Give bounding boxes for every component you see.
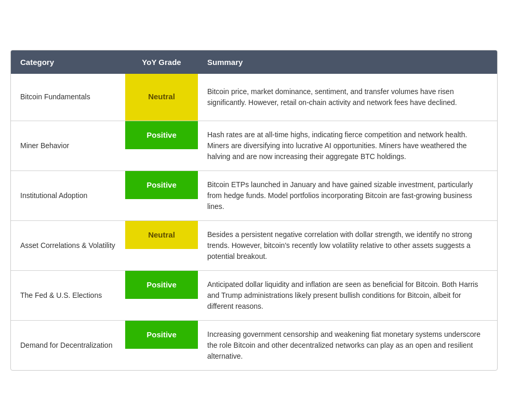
- category-cell: Institutional Adoption: [11, 170, 125, 220]
- summary-cell: Bitcoin price, market dominance, sentime…: [198, 74, 497, 121]
- table-row: The Fed & U.S. ElectionsPositiveAnticipa…: [11, 270, 497, 320]
- category-cell: The Fed & U.S. Elections: [11, 270, 125, 320]
- table-row: Bitcoin FundamentalsNeutralBitcoin price…: [11, 74, 497, 121]
- table-row: Institutional AdoptionPositiveBitcoin ET…: [11, 170, 497, 220]
- summary-cell: Besides a persistent negative correlatio…: [198, 220, 497, 270]
- summary-table: Category YoY Grade Summary Bitcoin Funda…: [10, 50, 498, 371]
- grade-cell: Positive: [125, 270, 198, 320]
- grade-cell: Positive: [125, 121, 198, 170]
- grade-cell: Neutral: [125, 74, 198, 121]
- category-cell: Bitcoin Fundamentals: [11, 74, 125, 121]
- summary-cell: Hash rates are at all-time highs, indica…: [198, 121, 497, 170]
- grade-badge: Positive: [125, 171, 198, 200]
- table-row: Demand for DecentralizationPositiveIncre…: [11, 320, 497, 370]
- grade-cell: Neutral: [125, 220, 198, 270]
- grade-badge: Neutral: [125, 221, 198, 250]
- grade-badge: Neutral: [125, 74, 198, 121]
- category-cell: Demand for Decentralization: [11, 320, 125, 370]
- grade-badge: Positive: [125, 271, 198, 299]
- header-category: Category: [11, 50, 125, 74]
- grade-cell: Positive: [125, 320, 198, 370]
- grade-cell: Positive: [125, 170, 198, 220]
- header-grade: YoY Grade: [125, 50, 198, 74]
- table-row: Miner BehaviorPositiveHash rates are at …: [11, 121, 497, 170]
- table-header-row: Category YoY Grade Summary: [11, 50, 497, 74]
- grade-badge: Positive: [125, 321, 198, 349]
- header-summary: Summary: [198, 50, 497, 74]
- category-cell: Asset Correlations & Volatility: [11, 220, 125, 270]
- summary-cell: Bitcoin ETPs launched in January and hav…: [198, 170, 497, 220]
- category-cell: Miner Behavior: [11, 121, 125, 170]
- summary-cell: Increasing government censorship and wea…: [198, 320, 497, 370]
- grade-badge: Positive: [125, 121, 198, 150]
- summary-cell: Anticipated dollar liquidity and inflati…: [198, 270, 497, 320]
- table-row: Asset Correlations & VolatilityNeutralBe…: [11, 220, 497, 270]
